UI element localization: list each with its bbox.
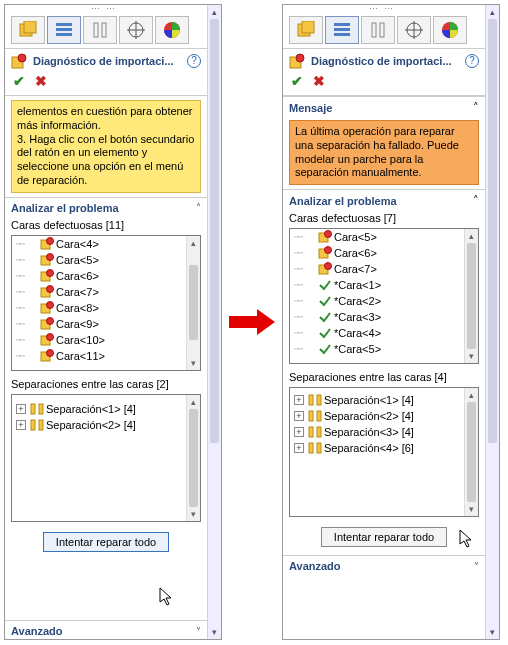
list-item[interactable]: +Separación<4> [6] (290, 440, 464, 456)
list-item[interactable]: +Separación<2> [4] (290, 408, 464, 424)
tab-dimxpert[interactable] (119, 16, 153, 44)
expand-icon[interactable]: + (294, 411, 304, 421)
info-line-1: elementos en cuestión para obtener más i… (17, 105, 193, 131)
face-label: Cara<5> (56, 254, 99, 266)
list-item[interactable]: ┈┈Cara<4> (12, 236, 186, 252)
page-title: Diagnóstico de importaci... (311, 55, 459, 67)
drag-handle-icon[interactable]: ⋯⋯ (5, 5, 207, 12)
tab-config[interactable] (361, 16, 395, 44)
cancel-button[interactable]: ✖ (313, 73, 325, 89)
list-item[interactable]: ┈┈*Cara<2> (290, 293, 464, 309)
faces-list[interactable]: ▴▾ ┈┈Cara<5>┈┈Cara<6>┈┈Cara<7>┈┈*Cara<1>… (289, 228, 479, 364)
list-scrollbar[interactable]: ▴▾ (464, 388, 478, 516)
list-scrollbar[interactable]: ▴▾ (464, 229, 478, 363)
face-label: Cara<11> (56, 350, 105, 362)
arrow-right-icon (226, 4, 278, 640)
list-item[interactable]: +Separación<3> [4] (290, 424, 464, 440)
scroll-up-icon[interactable]: ▴ (208, 5, 221, 19)
comparison-wrap: ▴ ▾ ⋯⋯ Diagnóstico de importaci... ? ✔ ✖ (4, 4, 504, 640)
svg-rect-35 (334, 23, 350, 26)
gaps-list[interactable]: ▴▾ +Separación<1> [4]+Separación<2> [4]+… (289, 387, 479, 517)
list-item[interactable]: ┈┈Cara<5> (12, 252, 186, 268)
tab-bar (283, 12, 485, 49)
expand-icon[interactable]: + (16, 420, 26, 430)
svg-rect-29 (31, 404, 35, 414)
gaps-list[interactable]: ▴▾ +Separación<1> [4]+Separación<2> [4] (11, 394, 201, 522)
scroll-down-icon[interactable]: ▾ (486, 625, 499, 639)
list-item[interactable]: ┈┈Cara<7> (290, 261, 464, 277)
svg-point-47 (325, 231, 332, 238)
accept-button[interactable]: ✔ (291, 73, 303, 89)
list-item[interactable]: ┈┈Cara<10> (12, 332, 186, 348)
expand-icon[interactable]: + (294, 395, 304, 405)
svg-rect-37 (334, 33, 350, 36)
faces-list[interactable]: ▴▾ ┈┈Cara<4>┈┈Cara<5>┈┈Cara<6>┈┈Cara<7>┈… (11, 235, 201, 371)
gaps-header: Separaciones entre las caras [2] (5, 375, 207, 392)
face-label: Cara<9> (56, 318, 99, 330)
help-icon[interactable]: ? (465, 54, 479, 68)
accept-button[interactable]: ✔ (13, 73, 25, 89)
expand-icon[interactable]: + (16, 404, 26, 414)
face-label: *Cara<3> (334, 311, 381, 323)
scroll-down-icon[interactable]: ▾ (208, 625, 221, 639)
section-advanced-label: Avanzado (289, 560, 474, 572)
svg-rect-32 (39, 420, 43, 430)
repair-all-button[interactable]: Intentar reparar todo (321, 527, 447, 547)
face-label: Cara<6> (56, 270, 99, 282)
drag-handle-icon[interactable]: ⋯⋯ (283, 5, 485, 12)
svg-rect-52 (309, 395, 313, 405)
list-item[interactable]: ┈┈Cara<9> (12, 316, 186, 332)
list-item[interactable]: ┈┈Cara<6> (290, 245, 464, 261)
list-item[interactable]: ┈┈Cara<7> (12, 284, 186, 300)
diagnostics-icon (11, 53, 27, 69)
tab-features[interactable] (11, 16, 45, 44)
warning-message: La última operación para reparar una sep… (289, 120, 479, 185)
list-item[interactable]: +Separación<1> [4] (290, 392, 464, 408)
list-item[interactable]: ┈┈Cara<11> (12, 348, 186, 364)
list-item[interactable]: ┈┈Cara<6> (12, 268, 186, 284)
list-scrollbar[interactable]: ▴▾ (186, 395, 200, 521)
cancel-button[interactable]: ✖ (35, 73, 47, 89)
tab-property[interactable] (325, 16, 359, 44)
tab-appearance[interactable] (433, 16, 467, 44)
list-item[interactable]: +Separación<1> [4] (12, 401, 186, 417)
list-item[interactable]: ┈┈*Cara<4> (290, 325, 464, 341)
svg-rect-3 (56, 28, 72, 31)
list-item[interactable]: +Separación<2> [4] (12, 417, 186, 433)
expand-icon[interactable]: + (294, 427, 304, 437)
section-message[interactable]: Mensaje ˄ (283, 96, 485, 116)
list-scrollbar[interactable]: ▴▾ (186, 236, 200, 370)
list-item[interactable]: ┈┈*Cara<3> (290, 309, 464, 325)
panel-scrollbar[interactable]: ▴ ▾ (207, 5, 221, 639)
section-advanced[interactable]: Avanzado ˅ (5, 620, 207, 639)
tab-config[interactable] (83, 16, 117, 44)
panel-scrollbar[interactable]: ▴ ▾ (485, 5, 499, 639)
help-icon[interactable]: ? (187, 54, 201, 68)
repair-all-button[interactable]: Intentar reparar todo (43, 532, 169, 552)
svg-rect-54 (309, 411, 313, 421)
panel-before: ▴ ▾ ⋯⋯ Diagnóstico de importaci... ? ✔ ✖ (4, 4, 222, 640)
list-item[interactable]: ┈┈Cara<5> (290, 229, 464, 245)
scroll-up-icon[interactable]: ▴ (486, 5, 499, 19)
face-label: *Cara<2> (334, 295, 381, 307)
faces-header: Caras defectuosas [7] (283, 209, 485, 226)
list-item[interactable]: ┈┈*Cara<1> (290, 277, 464, 293)
face-label: Cara<4> (56, 238, 99, 250)
list-item[interactable]: ┈┈Cara<8> (12, 300, 186, 316)
svg-point-18 (47, 269, 54, 276)
tab-bar (5, 12, 207, 49)
list-item[interactable]: ┈┈*Cara<5> (290, 341, 464, 357)
section-analyze[interactable]: Analizar el problema ˄ (5, 197, 207, 216)
expand-icon[interactable]: + (294, 443, 304, 453)
face-label: Cara<5> (334, 231, 377, 243)
tab-property[interactable] (47, 16, 81, 44)
chevron-down-icon: ˅ (474, 561, 479, 572)
section-advanced[interactable]: Avanzado ˅ (283, 555, 485, 574)
section-analyze[interactable]: Analizar el problema ˄ (283, 189, 485, 209)
svg-point-16 (47, 253, 54, 260)
gaps-header: Separaciones entre las caras [4] (283, 368, 485, 385)
tab-dimxpert[interactable] (397, 16, 431, 44)
tab-features[interactable] (289, 16, 323, 44)
tab-appearance[interactable] (155, 16, 189, 44)
svg-point-20 (47, 285, 54, 292)
